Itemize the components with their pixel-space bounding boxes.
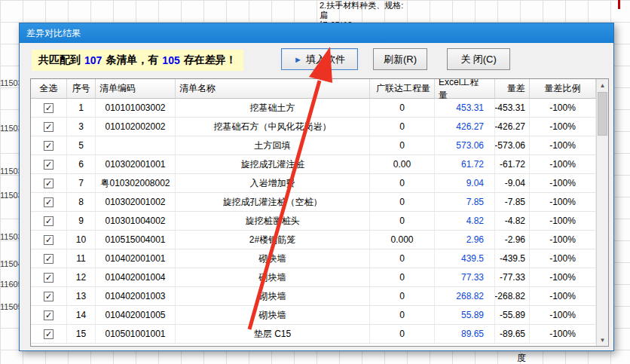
scroll-up-icon[interactable]: ▲ [597,79,608,91]
cell-excel: 573.06 [435,136,495,154]
header-seq: 序号 [67,79,96,98]
row-checkbox[interactable]: ✓ [44,197,54,207]
table-row[interactable]: ✓3010102002002挖基础石方（中风化花岗岩）0426.27-426.2… [31,118,596,136]
table-row[interactable]: ✓1010101003002挖基础土方0453.31-453.31-100% [31,99,596,118]
row-checkbox[interactable]: ✓ [44,160,54,170]
cell-ratio: -100% [530,193,596,211]
table-row[interactable]: ✓15010501001001垫层 C15089.65-89.65-100% [31,325,596,344]
cell-code: 010302001001 [96,155,176,173]
row-checkbox-cell: ✓ [31,212,67,230]
cell-excel: 453.31 [435,99,495,117]
cell-seq: 8 [67,193,96,211]
cell-excel: 2.96 [435,231,495,249]
cell-name: 砌块墙 [176,268,370,286]
table-row[interactable]: ✓6010302001001旋挖成孔灌注桩0.0061.72-61.72-100… [31,155,596,174]
row-checkbox[interactable]: ✓ [44,273,54,283]
cell-diff: -453.31 [495,99,530,117]
fill-to-software-button[interactable]: ► 填入软件 [281,48,358,70]
cell-diff: -9.04 [495,174,530,192]
row-checkbox[interactable]: ✓ [44,103,54,113]
cell-seq: 5 [67,136,96,154]
table-row[interactable]: ✓100105150040012#楼钢筋笼0.0002.96-2.96-100% [31,231,596,249]
cell-name: 2#楼钢筋笼 [176,231,370,249]
cell-excel: 55.89 [435,306,495,324]
table-row[interactable]: ✓14010402001005砌块墙055.89-55.89-100% [31,306,596,325]
cell-gld: 0.00 [370,155,435,173]
background-bottom-text: 度 [517,352,526,364]
row-checkbox[interactable]: ✓ [44,310,54,320]
refresh-button[interactable]: 刷新(R) [373,48,427,70]
header-excel: Excel工程量 [435,79,495,98]
table-row[interactable]: ✓9010301004002旋挖桩凿桩头04.82-4.82-100% [31,212,596,231]
table-row[interactable]: ✓13010402001003砌块墙0268.82-268.82-100% [31,287,596,306]
cell-gld: 0 [370,99,435,117]
cell-seq: 11 [67,249,96,268]
cell-diff: -89.65 [495,325,530,343]
row-checkbox-cell: ✓ [31,268,67,286]
cell-gld: 0 [370,325,435,343]
cell-ratio: -100% [530,155,596,173]
refresh-button-label: 刷新(R) [384,53,417,66]
table-row[interactable]: ✓5土方回填0573.06-573.06-100% [31,136,596,155]
cell-gld: 0 [370,136,435,154]
cell-seq: 6 [67,155,96,173]
cell-ratio: -100% [530,118,596,136]
header-select-all[interactable]: 全选 [31,79,67,98]
cell-name: 旋挖成孔灌注桩 [176,155,370,173]
cell-diff: -426.27 [495,118,530,136]
row-checkbox-cell: ✓ [31,136,67,154]
table-row[interactable]: ✓12010402001004砌块墙077.33-77.33-100% [31,268,596,287]
cell-excel: 268.82 [435,287,495,305]
dialog-titlebar: 差异对比结果 [20,23,613,43]
row-checkbox[interactable]: ✓ [44,179,54,188]
row-checkbox-cell: ✓ [31,193,67,211]
table-body: ✓1010101003002挖基础土方0453.31-453.31-100%✓3… [31,99,596,344]
close-button[interactable]: 关 闭(C) [447,48,510,70]
cell-seq: 10 [67,231,96,249]
table-row[interactable]: ✓8010302001002旋挖成孔灌注桩（空桩）07.85-7.85-100% [31,193,596,212]
scroll-down-icon[interactable]: ▼ [597,334,608,346]
cell-gld: 0 [370,193,435,211]
scrollbar-thumb[interactable] [598,92,607,136]
table-row[interactable]: ✓11010402001001砌块墙0439.5-439.5-100% [31,249,596,268]
cell-gld: 0 [370,249,435,268]
cell-ratio: -100% [530,231,596,249]
cell-code: 010402001005 [96,306,176,324]
header-name: 清单名称 [176,79,370,98]
cell-gld: 0 [370,306,435,324]
cell-name: 砌块墙 [176,249,370,268]
table-row[interactable]: ✓7粤010302008002入岩增加费09.04-9.04-100% [31,174,596,193]
header-gld: 广联达工程量 [370,79,435,98]
cell-seq: 14 [67,306,96,324]
cell-excel: 61.72 [435,155,495,173]
cell-excel: 439.5 [435,249,495,268]
table-header: 全选序号清单编码清单名称广联达工程量Excel工程量量差量差比例 [31,79,596,99]
cell-name: 砌块墙 [176,287,370,305]
cell-diff: -55.89 [495,306,530,324]
row-checkbox[interactable]: ✓ [44,122,54,132]
summary-text: 存在差异！ [184,54,237,67]
row-checkbox[interactable]: ✓ [44,292,54,301]
row-checkbox[interactable]: ✓ [44,254,54,264]
cell-code: 010102002002 [96,118,176,136]
cell-code: 010101003002 [96,99,176,117]
summary-text: 条清单，有 [106,54,158,67]
vertical-scrollbar[interactable]: ▲ ▼ [596,79,608,346]
row-checkbox[interactable]: ✓ [44,141,54,151]
row-checkbox-cell: ✓ [31,306,67,324]
cell-ratio: -100% [530,249,596,268]
cell-name: 挖基础土方 [176,99,370,117]
row-checkbox[interactable]: ✓ [44,235,54,245]
row-checkbox[interactable]: ✓ [44,216,54,226]
row-checkbox[interactable]: ✓ [44,329,54,339]
cell-diff: -7.85 [495,193,530,211]
cell-gld: 0 [370,268,435,286]
cell-name: 入岩增加费 [176,174,370,192]
row-checkbox-cell: ✓ [31,99,67,117]
cell-diff: -77.33 [495,268,530,286]
cell-seq: 7 [67,174,96,192]
cell-excel: 89.65 [435,325,495,343]
cell-ratio: -100% [530,325,596,343]
cell-name: 旋挖成孔灌注桩（空桩） [176,193,370,211]
cell-diff: -4.82 [495,212,530,230]
